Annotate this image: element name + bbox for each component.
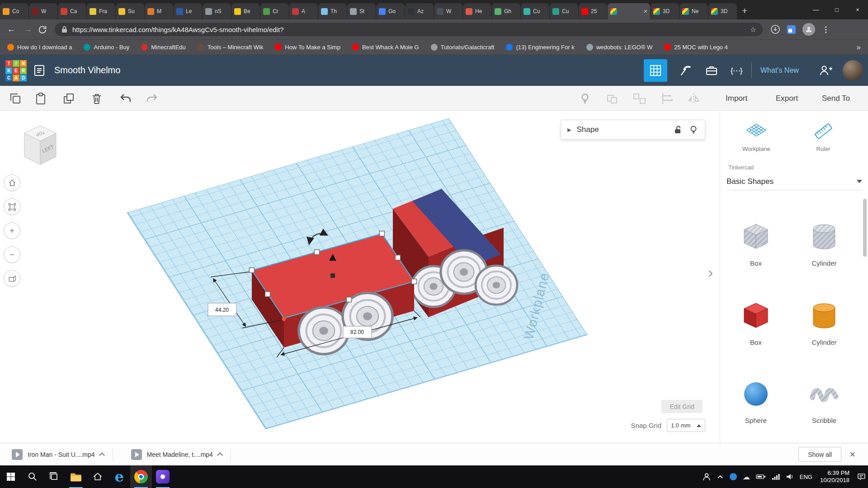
bookmark-item[interactable]: 25 MOC with Lego 4 [664,44,728,51]
browser-tab[interactable]: nS × [203,3,231,19]
browser-tab[interactable]: × [608,3,650,19]
bookmark-item[interactable]: How To Make a Simp [275,44,340,51]
edit-grid-button[interactable]: Edit Grid [661,400,703,413]
shape-box-red[interactable]: Box [729,300,783,346]
new-tab-button[interactable]: + [742,6,747,15]
file-explorer-button[interactable] [65,465,87,488]
download-status-icon[interactable] [770,24,780,34]
browser-tab[interactable]: Le × [174,3,202,19]
dim-width-label[interactable]: 44.20 [208,303,236,316]
browser-tab[interactable]: He × [463,3,491,19]
paste-button[interactable] [33,91,48,106]
user-avatar[interactable] [843,60,863,81]
copy-button[interactable] [8,91,23,106]
action-center-icon[interactable] [857,473,866,481]
codeblocks-icon[interactable]: {⋯} [731,66,742,75]
bookmark-item[interactable]: MinecraftEdu [141,44,186,51]
zoom-out-button[interactable]: − [4,246,20,263]
home-view-button[interactable] [4,174,20,191]
download-bar-close-icon[interactable]: × [849,450,855,460]
browser-tab[interactable]: Th × [318,3,347,19]
zoom-in-button[interactable]: + [4,222,20,239]
browser-tab[interactable]: Cu × [521,3,549,19]
address-bar[interactable]: https://www.tinkercad.com/things/kA48Aws… [55,23,763,36]
view-3d-button[interactable] [644,59,667,82]
download-expand-icon[interactable] [99,452,105,458]
tray-expand-icon[interactable] [717,474,724,480]
show-hide-button[interactable] [578,91,592,106]
design-properties-icon[interactable] [33,64,45,77]
browser-tab[interactable]: Ca × [58,3,86,19]
bookmark-item[interactable]: Tools – Minecraft Wik [198,44,264,51]
redo-button[interactable] [145,91,159,106]
tray-app-icon[interactable] [730,473,737,480]
browser-tab[interactable]: W × [434,3,462,19]
browser-tab[interactable]: M × [145,3,173,19]
snap-grid-select[interactable]: 1.0 mm [667,419,705,432]
browser-tab[interactable]: A × [289,3,318,19]
bookmark-item[interactable]: Arduino - Buy [84,44,129,51]
people-icon[interactable] [703,473,711,481]
model-truck-trailer-selected[interactable] [252,234,414,354]
bookmark-item[interactable]: wedobots: LEGO® W [586,44,652,51]
align-button[interactable] [659,91,674,106]
visibility-lightbulb-icon[interactable] [689,125,698,135]
view-cube[interactable]: TOP LEFT [20,121,61,170]
browser-tab[interactable]: Cr × [260,3,289,19]
shape-cylinder-striped[interactable]: Cylinder [797,221,851,267]
import-button[interactable]: Import [726,86,747,111]
panel-collapse-icon[interactable]: › [708,263,713,281]
start-button[interactable] [0,465,22,488]
browser-tab[interactable]: Be × [231,3,260,19]
bookmark-star-icon[interactable]: ☆ [750,25,756,34]
show-all-button[interactable]: Show all [798,447,841,462]
browser-tab[interactable]: Ne × [679,3,708,19]
browser-menu-icon[interactable]: ⋮ [822,25,830,34]
refresh-button[interactable] [38,25,52,34]
browser-tab[interactable]: 25 × [579,3,607,19]
shape-library-select[interactable]: Basic Shapes [726,173,862,190]
sidebar-scrollbar-thumb[interactable] [863,199,867,257]
shape-cylinder-orange[interactable]: Cylinder [797,300,851,346]
3d-scene[interactable]: 44.20 82.00 [0,111,720,443]
browser-tab[interactable]: Gh × [492,3,520,19]
ruler-tool[interactable]: Ruler [796,121,850,152]
whats-new-link[interactable]: What's New [760,66,799,75]
tinkercad-logo[interactable]: TIN KER CAD [5,60,27,81]
bookmark-item[interactable]: How do I download a [7,44,72,51]
work-briefcase-button[interactable] [705,64,718,77]
export-button[interactable]: Export [776,86,798,111]
workplane-tool[interactable]: Workplane [729,121,783,152]
browser-tab[interactable]: Az × [405,3,434,19]
taskbar-clock[interactable]: 6:39 PM 10/20/2018 [818,469,851,484]
browser-tab[interactable]: St × [347,3,376,19]
browser-tab[interactable]: Go × [376,3,405,19]
tab-close-icon[interactable]: × [644,8,647,14]
browser-tab[interactable]: Su × [116,3,144,19]
maximize-button[interactable]: □ [826,0,847,19]
shape-sphere[interactable]: Sphere [729,378,783,424]
browser-tab[interactable]: 3D × [708,3,737,19]
bookmark-item[interactable]: Best Whack A Mole G [352,44,419,51]
disclosure-icon[interactable]: ▶ [567,127,571,133]
onedrive-cloud-icon[interactable]: ☁ [743,473,750,481]
delete-button[interactable] [90,91,104,106]
download-item[interactable]: Meet Madeline, t....mp4 [124,443,242,465]
mirror-button[interactable] [686,91,701,106]
blocks-editor-button[interactable] [679,64,692,77]
edge-button[interactable]: e [108,465,130,488]
shape-scribble[interactable]: Scribble [797,378,851,424]
fit-view-button[interactable] [4,198,20,215]
ungroup-button[interactable] [632,91,646,106]
group-button[interactable] [605,91,619,106]
browser-tab[interactable]: 3D × [651,3,679,19]
browser-tab[interactable]: Fra × [87,3,115,19]
translate-extension-icon[interactable] [787,25,796,34]
send-to-button[interactable]: Send To [822,86,850,111]
unlock-icon[interactable] [673,125,683,135]
url-text[interactable]: https://www.tinkercad.com/things/kA48Aws… [72,26,745,33]
network-signal-icon[interactable] [772,473,780,480]
bookmark-item[interactable]: Tutorials/Galacticraft [431,44,495,51]
chrome-button[interactable] [130,465,152,488]
task-view-button[interactable] [43,465,65,488]
